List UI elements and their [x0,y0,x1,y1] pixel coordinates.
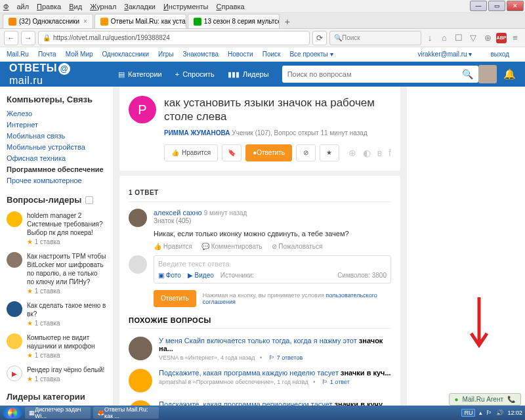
share-vk-icon[interactable]: в [377,148,382,158]
report-button[interactable]: ⊘ [296,144,316,161]
reply-textarea[interactable]: Введите текст ответа ▣ Фото ▶ Видео Исто… [154,255,391,284]
reload-button[interactable]: ⟳ [312,31,327,45]
tab-2[interactable]: 13 сезон 8 серия мультсе...× [188,14,280,28]
nav-mailru[interactable]: Mail.Ru [7,51,29,58]
answerer-name[interactable]: алексей сахно [154,209,202,217]
addon-icon[interactable]: ⊕ [482,32,494,44]
sidebar-cat[interactable]: Прочее компьютерное [7,177,106,184]
download-icon[interactable]: ↓ [424,32,436,44]
window-minimize[interactable]: — [470,1,487,11]
menu-edit[interactable]: Правка [37,3,61,10]
answer-report[interactable]: ⊘ Пожаловаться [272,243,323,250]
user-email[interactable]: virakker@mail.ru ▾ [417,51,472,58]
bars-icon: ▮▮▮ [228,70,240,79]
bookmark-button[interactable]: 🔖 [222,144,242,161]
home-icon[interactable]: ⌂ [438,32,450,44]
leader-avatar [7,252,22,268]
search-input[interactable]: 🔍 [282,66,478,83]
share-link-icon[interactable]: ⊕ [348,148,356,158]
forward-button[interactable]: → [21,31,35,45]
answer-like[interactable]: 👍 Нравится [154,243,192,250]
start-button[interactable] [3,407,22,419]
window-maximize[interactable]: ▭ [488,1,505,11]
tray-up-icon[interactable]: ▴ [479,410,482,416]
hamburger-icon[interactable]: ≡ [509,32,521,44]
nav-leaders[interactable]: ▮▮▮Лидеры [228,70,269,79]
status-icon: ● [455,396,459,403]
clock[interactable]: 12:02 [507,410,522,416]
nav-mail[interactable]: Почта [38,51,56,58]
search-icon[interactable]: 🔍 [462,69,473,79]
gear-icon[interactable] [85,196,93,204]
logo[interactable]: ОТВЕТЫ@mail.ru [9,62,105,87]
sidebar-cat[interactable]: Мобильные устройства [7,143,106,151]
taskbar-item[interactable]: ▦ Диспетчер задач Wi... [25,407,91,419]
attach-photo[interactable]: ▣ Фото [158,272,181,279]
tab-1[interactable]: Ответы Mail.Ru: как устан...× [94,14,186,28]
attach-video[interactable]: ▶ Видео [188,272,214,279]
nav-ask[interactable]: +Спросить [175,70,215,78]
menu-help[interactable]: Справка [217,3,245,10]
star-button[interactable]: ★ [320,144,339,161]
answer-comment[interactable]: 💬 Комментировать [201,243,262,250]
similar-item[interactable]: У меня Скайп включается только тогда, ко… [129,337,391,361]
sources-label: Источники: [220,272,254,279]
sidebar-cat[interactable]: Офисная техника [7,154,106,162]
leader-item[interactable]: Как настроить TPM чтобы BitLocker мог ши… [7,252,106,295]
language-indicator[interactable]: RU [461,409,475,417]
nav-news[interactable]: Новости [228,51,253,58]
mailru-agent-bar[interactable]: ● Mail.Ru Агент 📞 [449,393,521,406]
menu-view[interactable]: Вид [69,3,82,10]
nav-categories[interactable]: ▤Категории [118,70,162,79]
nav-mymir[interactable]: Мой Мир [66,51,93,58]
plus-icon: + [175,70,179,78]
asker-name[interactable]: РИММА ЖУМАНОВА [164,129,230,136]
leader-item[interactable]: Как сделать такое меню в вк?★ 1 ставка [7,301,106,327]
like-button[interactable]: 👍Нравится [164,144,218,161]
close-icon[interactable]: × [83,18,87,25]
leader-item[interactable]: holdem manager 2 Системные требования? В… [7,211,106,245]
similar-item[interactable]: Подскажите, какая программа каждую недел… [129,369,391,392]
window-close[interactable]: ✕ [507,1,524,11]
sidebar-cat-active[interactable]: Программное обеспечение [7,165,106,173]
bell-icon[interactable]: 🔔 [503,68,516,80]
share-fb-icon[interactable]: f [388,148,391,158]
answerer-avatar[interactable] [129,209,147,227]
logout-link[interactable]: выход [490,51,509,58]
sidebar-cat[interactable]: Железо [7,110,106,117]
menu-tools[interactable]: Инструменты [163,3,209,10]
nav-dating[interactable]: Знакомства [183,51,219,58]
sidebar-cat[interactable]: Интернет [7,121,106,129]
leader-item[interactable]: Компьютер не видит наушники и микрофон★ … [7,333,106,359]
avatar[interactable] [478,65,497,83]
nav-search[interactable]: Поиск [262,51,281,58]
menu-bookmarks[interactable]: Закладки [124,3,156,10]
share-ok-icon[interactable]: ◐ [363,148,371,158]
back-button[interactable]: ← [4,31,18,45]
answers-header: 1 ОТВЕТ [129,185,391,202]
phone-icon[interactable]: 📞 [507,396,515,403]
sidebar-cat[interactable]: Мобильная связь [7,132,106,140]
menu-history[interactable]: Журнал [90,3,116,10]
bookmark-icon[interactable]: ☐ [453,32,465,44]
url-input[interactable]: 🔒https://otvet.mail.ru/question/19938882… [38,31,310,45]
browser-tabs: (32) Одноклассники× Ответы Mail.Ru: как … [0,13,525,29]
asker-avatar[interactable]: Р [129,96,156,123]
grid-icon: ▤ [118,70,125,79]
tray-volume-icon[interactable]: 🔊 [496,410,503,416]
nav-allprojects[interactable]: Все проекты ▾ [289,51,333,58]
new-tab-button[interactable]: + [281,16,294,28]
leader-item[interactable]: ▶Рендер ігау чёрно белый!★ 1 ставка [7,366,106,383]
nav-games[interactable]: Игры [158,51,174,58]
answer-button[interactable]: ● Ответить [245,144,292,161]
tray-flag-icon[interactable]: 🏳 [486,410,492,416]
menu-file[interactable]: Файл [3,3,29,10]
pocket-icon[interactable]: ▽ [467,32,479,44]
adblock-icon[interactable]: ABP [496,33,507,43]
submit-answer-button[interactable]: Ответить [154,290,196,307]
sidebar-title: Компьютеры, Связь [7,94,106,104]
taskbar-item[interactable]: 🦊 Ответы Mail.Ru: как ... [93,407,159,419]
nav-ok[interactable]: Одноклассники [102,51,149,58]
browser-search[interactable]: 🔍 Поиск [329,31,421,45]
tab-0[interactable]: (32) Одноклассники× [3,14,93,28]
